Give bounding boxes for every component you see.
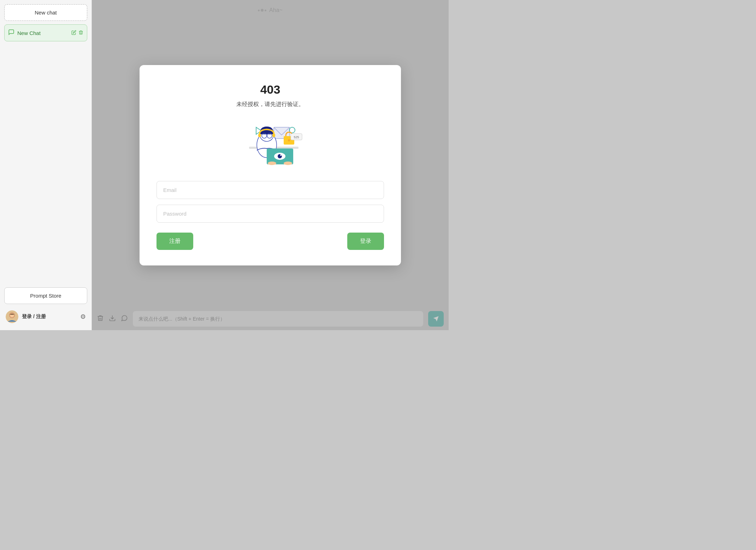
svg-text:525: 525 xyxy=(294,135,299,139)
chat-icon xyxy=(8,29,14,37)
svg-point-21 xyxy=(284,162,292,165)
svg-rect-12 xyxy=(272,134,275,137)
prompt-store-button[interactable]: Prompt Store xyxy=(4,287,87,304)
sidebar: New chat New Chat xyxy=(0,0,92,330)
login-button[interactable]: 登录 xyxy=(347,233,384,250)
settings-icon[interactable]: ⚙ xyxy=(80,313,86,321)
email-input[interactable] xyxy=(156,181,384,199)
modal-form xyxy=(156,181,384,223)
svg-point-19 xyxy=(280,154,282,156)
main-area: Aha~ 403 未经授权，请先进行验证。 xyxy=(92,0,449,330)
chat-item-label: New Chat xyxy=(17,30,69,36)
svg-rect-11 xyxy=(258,134,261,137)
modal-actions: 注册 登录 xyxy=(156,233,384,250)
register-button[interactable]: 注册 xyxy=(156,233,193,250)
modal-illustration: 525 xyxy=(231,117,309,170)
edit-icon[interactable] xyxy=(71,30,76,36)
error-message: 未经授权，请先进行验证。 xyxy=(236,101,304,108)
user-bar: 登录 / 注册 ⚙ xyxy=(4,308,87,326)
chat-item[interactable]: New Chat xyxy=(4,24,87,41)
chat-item-actions xyxy=(71,30,83,36)
avatar xyxy=(6,310,18,323)
user-label: 登录 / 注册 xyxy=(22,314,77,320)
modal-overlay: 403 未经授权，请先进行验证。 xyxy=(92,0,449,330)
delete-icon[interactable] xyxy=(78,30,83,36)
svg-point-20 xyxy=(268,162,276,165)
error-code: 403 xyxy=(260,83,280,96)
new-chat-button[interactable]: New chat xyxy=(4,4,87,21)
password-input[interactable] xyxy=(156,205,384,223)
sidebar-bottom: Prompt Store 登录 / 注册 ⚙ xyxy=(4,287,87,326)
auth-modal: 403 未经授权，请先进行验证。 xyxy=(140,65,401,265)
svg-point-7 xyxy=(288,139,290,141)
